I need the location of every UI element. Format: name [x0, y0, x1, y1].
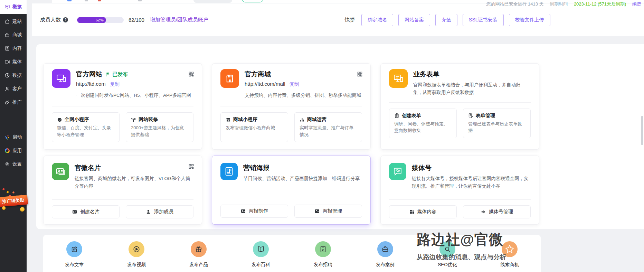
card-title: 业务表单 — [413, 70, 439, 79]
sidebar-item-launch[interactable]: 启动 — [0, 131, 27, 143]
card-official-mall[interactable]: 官方商城 http://ltd.com/mall 复制 支持预约、内容付费、多级… — [212, 63, 371, 150]
sidebar-item-settings[interactable]: 设置 — [0, 158, 27, 170]
cards-row-1: 官方网站 已发布 http://ltd.com 复制 一次创建同时发布PC网站、… — [36, 44, 644, 150]
card-media-accounts[interactable]: 媒体号 链接各大媒体号，授权媒体号后让官网内容联通全网，实现引流、推广和管理，让… — [380, 156, 539, 225]
qr-code-icon[interactable] — [357, 71, 363, 77]
play-video-icon — [133, 245, 140, 253]
member-quick-bar: 成员人数 ? 62% 62/100 增加管理员/团队成员账户 快捷 绑定域名 网… — [32, 3, 644, 36]
media-content-button[interactable]: 媒体内容 — [389, 205, 457, 218]
apps-wheel-icon — [4, 148, 10, 153]
member-count-value: 62/100 — [129, 17, 144, 23]
card-business-forms[interactable]: 业务表单 官网和数据表单相结合，与用户便利互动，并自动归集，从而获取用户反馈和数… — [380, 63, 539, 150]
card-marketing-poster[interactable]: 营销海报 节日问候、营销活动、产品画册快捷添加二维码进行分享 海报制作 海报管理 — [212, 156, 371, 225]
cutoff-button-teal — [242, 0, 263, 2]
sidebar-item-media[interactable]: 媒体 — [0, 56, 27, 68]
sub-create-form[interactable]: 创建表单 调研、问卷、评选与预定、意向数据收集 — [389, 109, 457, 138]
confetti-decoration — [2, 188, 4, 190]
sidebar-item-data[interactable]: 数据 — [0, 69, 27, 81]
publish-wiki[interactable]: 发布百科 — [230, 241, 292, 272]
publish-article[interactable]: 发布文章 — [43, 241, 105, 272]
cutoff-fragment — [85, 0, 88, 1]
verify-file-upload-button[interactable]: 校验文件上传 — [509, 14, 550, 26]
website-monitor-icon — [52, 69, 70, 88]
flag-icon — [106, 72, 111, 77]
icp-filing-button[interactable]: 网站备案 — [398, 14, 430, 26]
media-account-manage-button[interactable]: 媒体号管理 — [463, 205, 531, 218]
member-progress-fill: 62% — [77, 17, 106, 23]
divider — [389, 199, 531, 200]
poster-create-button[interactable]: 海报制作 — [220, 205, 288, 218]
poster-icon — [220, 163, 238, 180]
card-desc: 官网和数据表单相结合，与用户便利互动，并自动归集，从而获取用户反馈和数据 — [413, 81, 529, 97]
sidebar-item-promotion[interactable]: 推广 — [0, 96, 27, 108]
sidebar-item-mall[interactable]: 商城 — [0, 29, 27, 41]
ssl-install-button[interactable]: SSL证书安装 — [463, 14, 503, 26]
bind-domain-button[interactable]: 绑定域名 — [361, 14, 393, 26]
quick-actions-label: 快捷 — [345, 17, 355, 23]
copy-link[interactable]: 复制 — [290, 81, 299, 87]
recharge-button[interactable]: 充值 — [435, 14, 457, 26]
publish-video[interactable]: 发布视频 — [105, 241, 168, 272]
promo-ribbon[interactable]: 推广得奖励 — [0, 195, 28, 207]
person-add-icon — [146, 209, 151, 215]
sub-manage-forms[interactable]: 表单管理 管理已建表单与历史表单数据 — [463, 109, 531, 138]
sub-mall-mini-program[interactable]: 商城小程序 发布管理微信小程序商城 — [220, 112, 288, 142]
storefront-icon — [220, 69, 239, 88]
poster-manage-button[interactable]: 海报管理 — [294, 205, 362, 218]
quick-actions: 绑定域名 网站备案 充值 SSL证书安装 校验文件上传 — [361, 14, 550, 26]
card-desc: 链接各大媒体号，授权媒体号后让官网内容联通全网，实现引流、推广和管理，让你的宣传… — [412, 175, 531, 190]
help-icon[interactable]: ? — [63, 17, 68, 22]
add-member-link[interactable]: 增加管理员/团队成员账户 — [150, 17, 208, 23]
publish-case[interactable]: 发布案例 — [354, 241, 416, 272]
sidebar-item-overview[interactable]: 概览 — [0, 0, 27, 14]
edit-article-icon — [70, 245, 78, 253]
card-official-website[interactable]: 官方网站 已发布 http://ltd.com 复制 一次创建同时发布PC网站、… — [43, 63, 202, 150]
video-icon — [4, 59, 10, 65]
publish-job[interactable]: 发布招聘 — [292, 241, 354, 272]
sidebar-item-content[interactable]: 内容 — [0, 43, 27, 54]
renew-link[interactable]: 续费 — [632, 1, 641, 7]
briefcase-icon — [381, 245, 389, 253]
watermark-title: 路边社@官微 — [417, 230, 524, 249]
grid-icon — [409, 209, 415, 214]
member-count-label: 成员人数 ? — [40, 17, 68, 23]
card-title: 官微名片 — [75, 163, 101, 172]
sub-site-decorate[interactable]: 网站装修 2000+套主题风格，为创意提供基础 — [126, 112, 193, 142]
copy-link[interactable]: 复制 — [110, 81, 120, 87]
resume-icon — [319, 245, 327, 253]
watermark: 路边社@官微 从路边收集的消息、观点与分析 — [417, 230, 524, 261]
mini-program-icon — [57, 117, 62, 122]
publish-product[interactable]: 发布产品 — [168, 241, 230, 272]
launcher-dots-icon — [4, 134, 10, 140]
sub-mini-programs[interactable]: 全网小程序 微信、百度、支付宝、头条等小程序管理 — [52, 112, 120, 142]
qr-code-icon[interactable] — [188, 163, 194, 169]
gear-icon — [4, 161, 10, 167]
coin-decoration — [20, 207, 25, 212]
sidebar-item-customers[interactable]: 客户 — [0, 83, 27, 95]
home-icon — [4, 19, 10, 24]
create-card-button[interactable]: 创建名片 — [52, 205, 120, 218]
sidebar-item-site[interactable]: 建站 — [0, 16, 27, 27]
member-progress-bar: 62% — [77, 17, 124, 23]
open-book-icon — [257, 245, 265, 253]
card-business-card[interactable]: 官微名片 链接官网、商城的微名片，可发布图片、VLOG和个人简介等内容 创建名片… — [43, 156, 202, 225]
sub-mall-operations[interactable]: 商城运营 实时掌握流量、推广与订单情况 — [294, 112, 362, 142]
card-desc: 节日问候、营销活动、产品画册快捷添加二维码进行分享 — [243, 175, 360, 182]
qr-code-icon[interactable] — [188, 71, 194, 77]
business-card-icon — [52, 163, 69, 180]
promo-banner[interactable]: 推广得奖励 — [0, 188, 27, 213]
scrollbar-thumb[interactable] — [641, 116, 643, 145]
card-desc: 链接官网、商城的微名片，可发布图片、VLOG和个人简介等内容 — [75, 175, 193, 190]
sidebar: 概览 建站 商城 内容 媒体 数据 客户 推广 启动 应用 设置 — [0, 0, 27, 272]
sidebar-item-apps[interactable]: 应用 — [0, 145, 27, 157]
divider — [52, 199, 193, 200]
speaker-icon — [481, 209, 486, 215]
add-member-button[interactable]: 添加成员 — [126, 205, 193, 218]
card-title: 营销海报 — [243, 163, 269, 172]
divider — [52, 106, 193, 106]
progress-percent: 62% — [96, 18, 104, 22]
document-icon — [4, 46, 10, 51]
image-manage-icon — [314, 208, 320, 214]
image-edit-icon — [240, 208, 246, 214]
bar-chart-icon — [300, 117, 305, 122]
